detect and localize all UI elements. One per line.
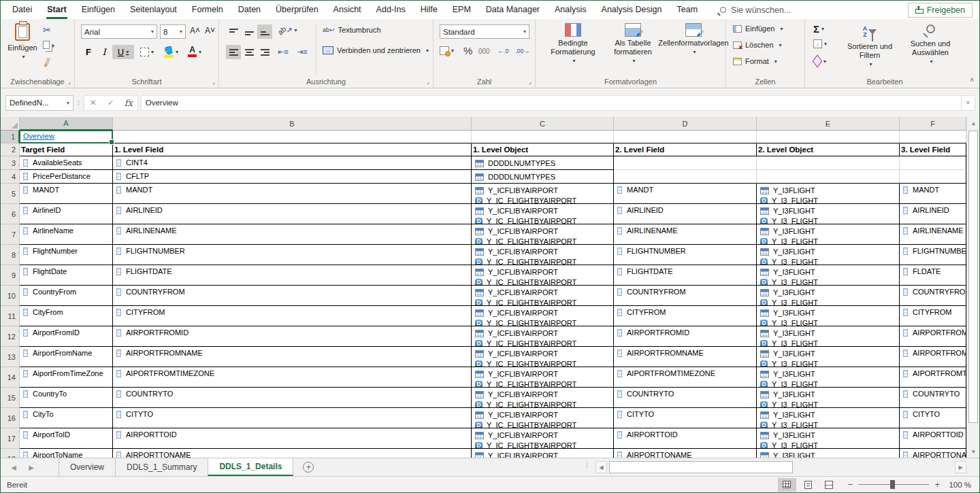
- align-center-button[interactable]: [242, 45, 257, 59]
- row-header-7[interactable]: 7: [1, 224, 20, 245]
- cell-B3[interactable]: CINT4: [113, 156, 472, 170]
- scroll-up-arrow[interactable]: ▲: [967, 117, 979, 129]
- cell-D7[interactable]: AIRLINENAME: [614, 224, 757, 245]
- cell-E18[interactable]: Y_I3FLIGHTY_I3_FLIGHT: [757, 449, 900, 458]
- cell-F5[interactable]: MANDT: [900, 184, 966, 204]
- increase-indent-button[interactable]: ⇥≡: [297, 48, 308, 56]
- cell-C14[interactable]: Y_ICFLIBYAIRPORTY_IC_FLIGHTBYAIRPORT: [472, 367, 614, 388]
- cell-E13[interactable]: Y_I3FLIGHTY_I3_FLIGHT: [757, 347, 900, 367]
- cell-C2[interactable]: 1. Level Object: [472, 143, 614, 156]
- row-header-13[interactable]: 13: [1, 347, 20, 367]
- wrap-text-button[interactable]: ab↩ Textumbruch: [323, 26, 381, 34]
- menu-tab--berpr-fen[interactable]: Überprüfen: [268, 1, 326, 19]
- align-top-button[interactable]: [226, 24, 241, 39]
- cell-A1[interactable]: Overview: [20, 131, 113, 143]
- cell-A6[interactable]: AirlineID: [20, 204, 113, 224]
- cell-F10[interactable]: COUNTRYFROM: [900, 286, 966, 306]
- cell-C1[interactable]: [472, 131, 614, 143]
- cell-C15[interactable]: Y_ICFLIBYAIRPORTY_IC_FLIGHTBYAIRPORT: [472, 388, 614, 408]
- clear-button[interactable]: [813, 57, 826, 65]
- cell-B14[interactable]: AIPORTFROMTIMEZONE: [113, 367, 472, 388]
- cell-D9[interactable]: FLIGHTDATE: [614, 265, 757, 286]
- cell-D8[interactable]: FLIGHTNUMBER: [614, 245, 757, 265]
- tell-me-search[interactable]: Sie wünschen...: [720, 1, 791, 19]
- row-header-11[interactable]: 11: [1, 306, 20, 326]
- row-header-15[interactable]: 15: [1, 388, 20, 408]
- menu-tab-start[interactable]: Start: [39, 1, 74, 19]
- decrease-decimal-button[interactable]: .00→: [515, 48, 530, 54]
- cell-A2[interactable]: Target Field: [20, 143, 113, 156]
- menu-tab-hilfe[interactable]: Hilfe: [413, 1, 445, 19]
- format-cells-button[interactable]: Format: [733, 57, 777, 65]
- row-header-5[interactable]: 5: [1, 184, 20, 204]
- row-header-9[interactable]: 9: [1, 265, 20, 286]
- cell-A17[interactable]: AirportToID: [20, 428, 113, 449]
- cell-F4[interactable]: [900, 170, 966, 184]
- align-right-button[interactable]: [257, 45, 272, 59]
- cell-D5[interactable]: MANDT: [614, 184, 757, 204]
- number-dialog-launcher[interactable]: [526, 78, 534, 86]
- confirm-entry-button[interactable]: ✓: [102, 98, 120, 107]
- column-header-C[interactable]: C: [472, 117, 614, 131]
- cell-D6[interactable]: AIRLINEID: [614, 204, 757, 224]
- menu-tab-daten[interactable]: Daten: [231, 1, 268, 19]
- copy-button[interactable]: [43, 41, 54, 49]
- fill-color-button[interactable]: 🪣: [164, 46, 178, 58]
- cell-B1[interactable]: [113, 131, 472, 143]
- cell-B15[interactable]: COUNTRYTO: [113, 388, 472, 408]
- sheet-tab-ddls-1-summary[interactable]: DDLS_1_Summary: [115, 458, 208, 476]
- cell-E16[interactable]: Y_I3FLIGHTY_I3_FLIGHT: [757, 408, 900, 428]
- cell-E1[interactable]: [757, 131, 900, 143]
- align-bottom-button[interactable]: [257, 24, 272, 39]
- delete-cells-button[interactable]: ✕ Löschen: [733, 41, 782, 49]
- cell-B12[interactable]: AIRPORTFROMID: [113, 326, 472, 347]
- cell-B8[interactable]: FLIGHTNUMBER: [113, 245, 472, 265]
- cell-C18[interactable]: Y_ICFLIBYAIRPORTY_IC_FLIGHTBYAIRPORT: [472, 449, 614, 458]
- bold-button[interactable]: F: [81, 45, 96, 59]
- align-left-button[interactable]: [226, 45, 241, 59]
- fill-button[interactable]: ↓: [813, 39, 827, 48]
- alignment-dialog-launcher[interactable]: [424, 78, 431, 86]
- underline-button[interactable]: U: [112, 45, 134, 59]
- menu-tab-formeln[interactable]: Formeln: [184, 1, 231, 19]
- scroll-right-arrow[interactable]: ▶: [955, 461, 966, 473]
- horizontal-scroll-thumb[interactable]: [609, 461, 793, 473]
- row-header-16[interactable]: 16: [1, 408, 20, 428]
- cell-E11[interactable]: Y_I3FLIGHTY_I3_FLIGHT: [757, 306, 900, 326]
- page-break-view-button[interactable]: [820, 478, 838, 492]
- page-layout-view-button[interactable]: [799, 478, 817, 492]
- cell-B16[interactable]: CITYTO: [113, 408, 472, 428]
- cell-E5[interactable]: Y_I3FLIGHTY_I3_FLIGHT: [757, 184, 900, 204]
- zoom-out-button[interactable]: −: [848, 479, 853, 490]
- row-header-12[interactable]: 12: [1, 326, 20, 347]
- cell-E12[interactable]: Y_I3FLIGHTY_I3_FLIGHT: [757, 326, 900, 347]
- insert-cells-button[interactable]: Einfügen: [733, 24, 783, 33]
- cell-E3[interactable]: [757, 156, 900, 170]
- cell-A5[interactable]: MANDT: [20, 184, 113, 204]
- new-sheet-button[interactable]: +: [303, 462, 314, 473]
- sheet-tab-overview[interactable]: Overview: [59, 458, 116, 476]
- name-box[interactable]: DefinedN...▾: [5, 95, 74, 111]
- expand-formula-bar-button[interactable]: ˅: [962, 95, 975, 111]
- cell-E9[interactable]: Y_I3FLIGHTY_I3_FLIGHT: [757, 265, 900, 286]
- cell-B13[interactable]: AIRPORTFROMNAME: [113, 347, 472, 367]
- scroll-down-arrow[interactable]: ▼: [967, 445, 979, 458]
- insert-function-button[interactable]: fx: [120, 98, 137, 108]
- cell-D16[interactable]: CITYTO: [614, 408, 757, 428]
- menu-tab-analysis-design[interactable]: Analysis Design: [594, 1, 670, 19]
- normal-view-button[interactable]: [778, 478, 796, 492]
- font-color-button[interactable]: A: [188, 46, 201, 57]
- row-header-8[interactable]: 8: [1, 245, 20, 265]
- cut-button[interactable]: ✂: [43, 24, 51, 35]
- menu-tab-data-manager[interactable]: Data Manager: [478, 1, 547, 19]
- cell-B11[interactable]: CITYFROM: [113, 306, 472, 326]
- cell-F3[interactable]: [900, 156, 966, 170]
- shrink-font-button[interactable]: A˅: [205, 26, 215, 35]
- cell-C3[interactable]: DDDDLNUMTYPES: [472, 156, 614, 170]
- cell-C4[interactable]: DDDDLNUMTYPES: [472, 170, 614, 184]
- menu-tab-add-ins[interactable]: Add-Ins: [369, 1, 413, 19]
- paste-button[interactable]: Einfügen: [6, 23, 39, 61]
- row-header-3[interactable]: 3: [1, 156, 20, 170]
- cell-F16[interactable]: CITYTO: [900, 408, 966, 428]
- cell-A10[interactable]: CountryFrom: [20, 286, 113, 306]
